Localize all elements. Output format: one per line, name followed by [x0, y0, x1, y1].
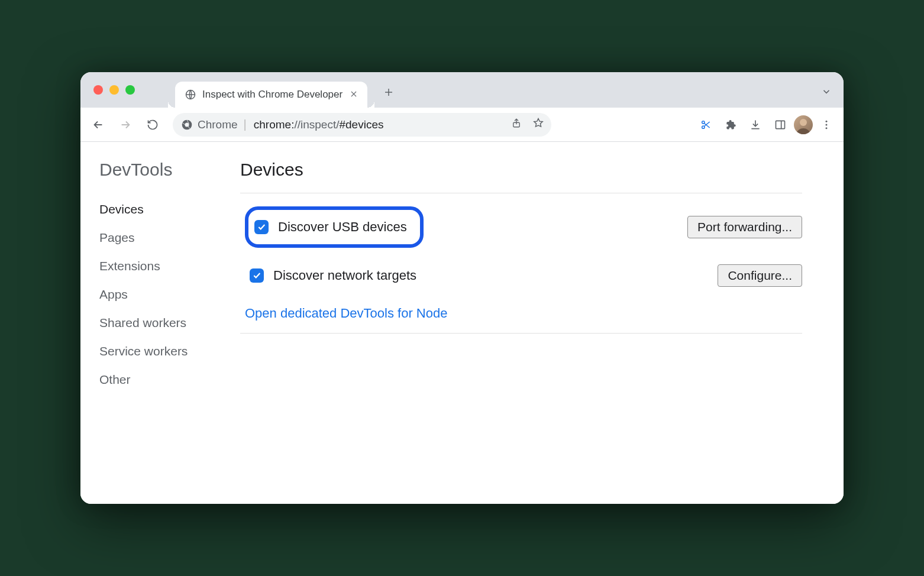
- svg-point-8: [800, 119, 807, 126]
- extensions-icon[interactable]: [719, 114, 742, 136]
- profile-avatar[interactable]: [794, 115, 813, 134]
- sidebar-item-label: Service workers: [99, 344, 188, 358]
- tab-close-button[interactable]: [348, 88, 359, 102]
- browser-window: Inspect with Chrome Developer: [80, 72, 844, 504]
- svg-point-9: [826, 120, 828, 122]
- port-forwarding-button[interactable]: Port forwarding...: [687, 216, 802, 238]
- window-zoom-button[interactable]: [125, 85, 135, 95]
- separator: |: [244, 118, 247, 131]
- scissors-icon[interactable]: [694, 114, 717, 136]
- traffic-lights: [93, 85, 135, 95]
- highlight-annotation: Discover USB devices: [245, 206, 424, 248]
- sidebar-item-label: Other: [99, 373, 131, 386]
- window-minimize-button[interactable]: [109, 85, 119, 95]
- titlebar: Inspect with Chrome Developer: [80, 72, 844, 108]
- back-button[interactable]: [86, 113, 110, 137]
- bookmark-star-icon[interactable]: [530, 115, 547, 134]
- sidebar-item-service-workers[interactable]: Service workers: [84, 337, 228, 365]
- sidebar-title: DevTools: [84, 160, 228, 195]
- svg-rect-6: [776, 121, 785, 128]
- address-bar[interactable]: Chrome | chrome://inspect/#devices: [173, 113, 551, 137]
- svg-point-10: [826, 124, 828, 125]
- discover-usb-checkbox-wrap[interactable]: Discover USB devices: [254, 219, 407, 235]
- main-panel: Devices Discover USB devices Port forwar…: [228, 142, 844, 504]
- sidebar-item-pages[interactable]: Pages: [84, 224, 228, 252]
- omnibox-chip-label: Chrome: [198, 118, 238, 131]
- downloads-icon[interactable]: [744, 114, 767, 136]
- sidebar: DevTools Devices Pages Extensions Apps S…: [80, 142, 228, 504]
- sidebar-item-shared-workers[interactable]: Shared workers: [84, 309, 228, 337]
- checkbox-checked-icon[interactable]: [254, 220, 269, 234]
- tab-title: Inspect with Chrome Developer: [202, 89, 343, 101]
- svg-point-11: [826, 127, 828, 129]
- forward-button[interactable]: [114, 113, 137, 137]
- browser-tab[interactable]: Inspect with Chrome Developer: [175, 82, 367, 108]
- configure-button[interactable]: Configure...: [718, 264, 802, 287]
- discover-network-checkbox-wrap[interactable]: Discover network targets: [245, 268, 416, 283]
- svg-point-5: [702, 126, 705, 128]
- sidebar-item-label: Pages: [99, 231, 135, 244]
- site-info-chip[interactable]: Chrome |: [181, 118, 248, 131]
- discover-network-label: Discover network targets: [273, 268, 416, 283]
- svg-point-4: [702, 121, 705, 123]
- kebab-menu-icon[interactable]: [815, 114, 838, 136]
- tab-strip: Inspect with Chrome Developer: [175, 72, 844, 108]
- page-content: DevTools Devices Pages Extensions Apps S…: [80, 142, 844, 504]
- checkbox-checked-icon[interactable]: [250, 268, 264, 283]
- globe-icon: [185, 89, 196, 101]
- node-link-row: Open dedicated DevTools for Node: [240, 300, 802, 334]
- sidebar-item-label: Shared workers: [99, 316, 186, 329]
- side-panel-icon[interactable]: [769, 114, 791, 136]
- sidebar-item-other[interactable]: Other: [84, 365, 228, 394]
- toolbar: Chrome | chrome://inspect/#devices: [80, 108, 844, 142]
- window-close-button[interactable]: [93, 85, 103, 95]
- tab-overflow-button[interactable]: [821, 86, 832, 99]
- usb-row: Discover USB devices Port forwarding...: [240, 193, 802, 261]
- sidebar-item-label: Apps: [99, 287, 128, 301]
- new-tab-button[interactable]: [379, 83, 398, 102]
- sidebar-item-apps[interactable]: Apps: [84, 280, 228, 309]
- chrome-icon: [181, 119, 193, 131]
- sidebar-item-label: Extensions: [99, 259, 160, 273]
- network-row: Discover network targets Configure...: [240, 261, 802, 300]
- page-heading: Devices: [240, 160, 802, 193]
- share-icon[interactable]: [509, 115, 524, 134]
- sidebar-item-devices[interactable]: Devices: [84, 195, 228, 224]
- discover-usb-label: Discover USB devices: [278, 219, 407, 235]
- sidebar-item-label: Devices: [99, 202, 144, 216]
- reload-button[interactable]: [141, 113, 164, 137]
- sidebar-item-extensions[interactable]: Extensions: [84, 252, 228, 280]
- url-text: chrome://inspect/#devices: [254, 118, 503, 131]
- toolbar-actions: [694, 114, 838, 136]
- open-node-devtools-link[interactable]: Open dedicated DevTools for Node: [245, 306, 447, 321]
